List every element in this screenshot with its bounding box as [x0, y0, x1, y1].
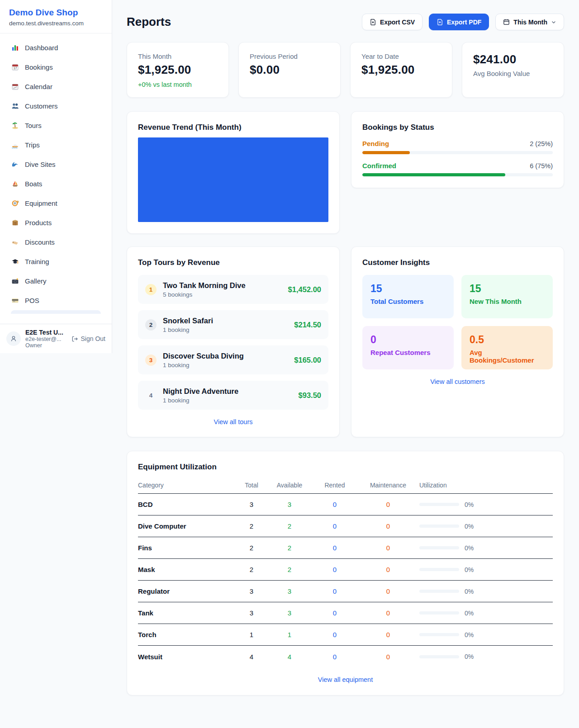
sidebar-item-products[interactable]: Products	[5, 213, 106, 232]
sidebar-item-label: Bookings	[25, 63, 53, 71]
stat-note: +0% vs last month	[138, 81, 218, 88]
period-dropdown[interactable]: This Month	[495, 14, 564, 30]
utilization-percent: 0%	[465, 653, 474, 660]
sidebar-item-training[interactable]: Training	[5, 252, 106, 271]
status-label: Pending	[362, 140, 389, 147]
bookings-by-status-title: Bookings by Status	[362, 123, 553, 132]
sidebar-item-boats[interactable]: Boats	[5, 174, 106, 194]
sign-out-icon	[71, 336, 78, 342]
dive-mask-icon	[11, 199, 19, 208]
sidebar-item-equipment[interactable]: Equipment	[5, 194, 106, 213]
export-csv-label: Export CSV	[380, 19, 415, 26]
status-row-confirmed: Confirmed 6 (75%)	[362, 162, 553, 176]
stat-label: Year to Date	[361, 52, 441, 60]
status-count: 2 (25%)	[530, 140, 553, 147]
status-bar-track	[362, 151, 553, 154]
sidebar-item-label: Customers	[25, 102, 58, 110]
export-csv-button[interactable]: Export CSV	[362, 14, 422, 30]
view-all-tours-link[interactable]: View all tours	[138, 418, 328, 425]
tile-label: Repeat Customers	[370, 349, 446, 356]
table-header-row: Category Total Available Rented Maintena…	[138, 478, 553, 494]
tile-value: 0.5	[470, 334, 545, 346]
status-bar-fill	[362, 173, 505, 176]
stat-label: This Month	[138, 52, 218, 60]
equipment-maintenance: 0	[358, 522, 418, 530]
equipment-category: Wetsuit	[138, 653, 235, 661]
equipment-rented: 0	[311, 522, 358, 530]
sign-out-button[interactable]: Sign Out	[71, 335, 105, 342]
tour-revenue: $165.00	[294, 356, 321, 364]
equipment-row: Wetsuit44000%	[138, 646, 553, 667]
tile-value: 15	[370, 283, 446, 295]
sidebar-item-label: Dive Sites	[25, 161, 56, 168]
utilization-percent: 0%	[465, 501, 474, 508]
col-utilization: Utilization	[418, 482, 553, 489]
equipment-available: 3	[268, 609, 311, 617]
tour-bookings: 5 bookings	[163, 291, 282, 298]
revenue-trend-chart	[138, 137, 328, 222]
sidebar-item-label: Tours	[25, 122, 42, 129]
equipment-available: 1	[268, 631, 311, 638]
view-all-equipment-link[interactable]: View all equipment	[138, 676, 553, 683]
col-maintenance: Maintenance	[358, 482, 418, 489]
sidebar-item-tours[interactable]: Tours	[5, 116, 106, 135]
tour-bookings: 1 booking	[163, 362, 288, 369]
export-pdf-button[interactable]: Export PDF	[429, 14, 489, 30]
bookings-by-status-card: Bookings by Status Pending 2 (25%) Confi…	[351, 111, 564, 188]
tour-name: Snorkel Safari	[163, 317, 288, 325]
stat-label: Previous Period	[250, 52, 329, 60]
tour-revenue: $1,452.00	[288, 285, 321, 294]
equipment-row: Fins22000%	[138, 537, 553, 559]
view-all-customers-link[interactable]: View all customers	[362, 378, 553, 385]
speedboat-icon	[11, 141, 19, 149]
tile-label: New This Month	[470, 298, 545, 305]
top-tours-title: Top Tours by Revenue	[138, 258, 328, 267]
calendar-outline-icon	[503, 19, 510, 25]
sidebar-item-label: Gallery	[25, 277, 47, 285]
insight-tile-total-customers: 15 Total Customers	[362, 275, 454, 318]
equipment-total: 3	[235, 501, 268, 508]
equipment-row: Tank33000%	[138, 602, 553, 624]
equipment-row: BCD33000%	[138, 494, 553, 515]
utilization-percent: 0%	[465, 610, 474, 617]
main-content: Reports Export CSV Export PDF This Month…	[112, 0, 579, 695]
sidebar-item-dashboard[interactable]: Dashboard	[5, 38, 106, 57]
equipment-total: 3	[235, 609, 268, 617]
sidebar-item-discounts[interactable]: Discounts	[5, 232, 106, 252]
col-total: Total	[235, 482, 268, 489]
equipment-maintenance: 0	[358, 566, 418, 573]
sidebar-item-label: Calendar	[25, 83, 52, 90]
credit-card-icon	[11, 297, 19, 305]
sidebar-item-gallery[interactable]: Gallery	[5, 271, 106, 291]
rank-badge: 2	[145, 319, 157, 331]
tour-row: 1 Two Tank Morning Dive 5 bookings $1,45…	[138, 275, 328, 304]
equipment-total: 2	[235, 566, 268, 573]
equipment-rented: 0	[311, 501, 358, 508]
status-count: 6 (75%)	[530, 162, 553, 170]
sidebar-item-trips[interactable]: Trips	[5, 135, 106, 155]
sidebar: Demo Dive Shop demo.test.divestreams.com…	[0, 0, 112, 353]
sidebar-item-bookings[interactable]: 17 Bookings	[5, 57, 106, 77]
sidebar-item-customers[interactable]: Customers	[5, 96, 106, 116]
utilization-percent: 0%	[465, 566, 474, 573]
sidebar-item-calendar[interactable]: Calendar	[5, 77, 106, 96]
rank-badge: 4	[145, 390, 157, 401]
equipment-maintenance: 0	[358, 544, 418, 552]
status-bar-track	[362, 173, 553, 176]
file-download-icon	[437, 19, 443, 25]
equipment-maintenance: 0	[358, 631, 418, 638]
people-icon	[11, 102, 19, 110]
sidebar-item-pos[interactable]: POS	[5, 291, 106, 310]
package-icon	[11, 219, 19, 227]
sidebar-nav: Dashboard 17 Bookings Calendar Customers…	[0, 33, 112, 324]
utilization-bar	[419, 655, 459, 658]
utilization-percent: 0%	[465, 588, 474, 595]
sidebar-item-dive-sites[interactable]: Dive Sites	[5, 155, 106, 174]
equipment-total: 2	[235, 544, 268, 552]
equipment-table: Category Total Available Rented Maintena…	[138, 478, 553, 667]
equipment-total: 1	[235, 631, 268, 638]
tile-label: Avg Bookings/Customer	[470, 349, 545, 364]
equipment-row: Torch11000%	[138, 624, 553, 646]
chevron-down-icon	[551, 19, 556, 25]
sidebar-item-reports-active-partial[interactable]	[11, 310, 101, 314]
